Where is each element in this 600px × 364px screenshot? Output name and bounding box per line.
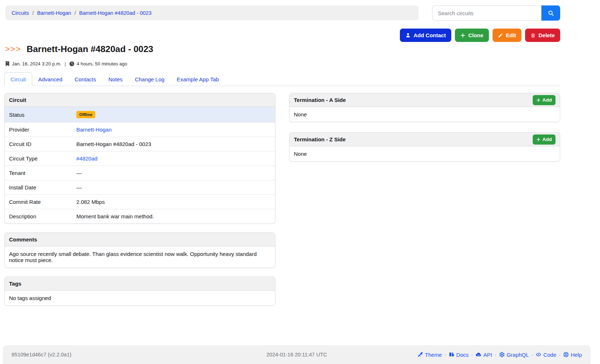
title-marker: >>>	[5, 44, 21, 54]
footer-link-code[interactable]: Code	[536, 352, 556, 358]
attr-label: Description	[5, 209, 72, 224]
breadcrumb-item-current[interactable]: Barnett-Hogan #4820ad - 0023	[79, 10, 152, 16]
termination-a-header: Termination - A Side Add	[290, 93, 560, 107]
docs-icon	[449, 352, 455, 357]
breadcrumb-item-provider[interactable]: Barnett-Hogan	[37, 10, 71, 16]
status-badge: Offline	[76, 111, 95, 118]
termination-z-panel: Termination - Z Side Add None	[289, 132, 560, 162]
termination-a-add-button[interactable]: Add	[533, 95, 555, 105]
footer-link-theme[interactable]: Theme	[417, 352, 442, 358]
attr-label: Circuit Type	[5, 151, 72, 166]
circuit-panel: Circuit Status Offline Provider Barnett-…	[4, 93, 275, 224]
top-bar: Circuits / Barnett-Hogan / Barnett-Hogan…	[0, 0, 600, 21]
help-icon	[563, 352, 569, 357]
add-contact-label: Add Contact	[414, 32, 446, 38]
page-head: >>> Barnett-Hogan #4820ad - 0023 Jan. 16…	[0, 42, 600, 67]
footer-separator: ·	[444, 352, 446, 357]
circuit-panel-title: Circuit	[9, 97, 26, 103]
commit-rate-value: 2.082 Mbps	[72, 195, 275, 209]
footer-link-docs-label: Docs	[456, 352, 469, 358]
comments-panel-header: Comments	[5, 233, 275, 247]
footer-link-api-label: API	[483, 352, 492, 358]
footer-separator: ·	[559, 352, 561, 357]
footer-separator: ·	[495, 352, 497, 357]
breadcrumb-item-circuits[interactable]: Circuits	[12, 10, 29, 16]
page-title: >>> Barnett-Hogan #4820ad - 0023	[5, 44, 560, 54]
circuit-panel-header: Circuit	[5, 93, 275, 107]
delete-button[interactable]: Delete	[525, 29, 560, 42]
object-actions: Add Contact Clone Edit Delete	[0, 21, 600, 42]
breadcrumb-separator: /	[32, 10, 34, 16]
footer-link-api[interactable]: API	[476, 352, 492, 358]
plus-icon	[536, 98, 541, 102]
search-icon	[548, 10, 554, 16]
termination-z-header: Termination - Z Side Add	[290, 133, 560, 146]
clone-button[interactable]: Clone	[455, 29, 489, 42]
delete-label: Delete	[538, 32, 555, 38]
footer-link-graphql[interactable]: GraphQL	[499, 352, 529, 358]
tab-circuit[interactable]: Circuit	[4, 72, 32, 86]
comments-body: Ago source recently small debate. Than g…	[5, 247, 275, 267]
attr-label: Install Date	[5, 180, 72, 195]
search-button[interactable]	[541, 5, 560, 21]
table-row-commit-rate: Commit Rate 2.082 Mbps	[5, 195, 275, 209]
person-icon	[405, 33, 411, 38]
footer-link-theme-label: Theme	[425, 352, 442, 358]
footer-links: Theme · Docs · API ·	[417, 352, 582, 358]
termination-z-add-label: Add	[542, 137, 552, 142]
circuit-id-value: Barnett-Hogan #4820ad - 0023	[72, 137, 275, 151]
comments-panel: Comments Ago source recently small debat…	[4, 232, 275, 268]
search-input[interactable]	[432, 5, 541, 21]
breadcrumb-separator: /	[75, 10, 76, 16]
footer-link-docs[interactable]: Docs	[449, 352, 469, 358]
comments-panel-title: Comments	[9, 236, 37, 243]
left-column: Circuit Status Offline Provider Barnett-…	[4, 93, 275, 306]
edit-button[interactable]: Edit	[493, 29, 521, 42]
termination-z-body: None	[290, 146, 560, 161]
plus-icon	[536, 137, 541, 142]
tab-change-log[interactable]: Change Log	[129, 72, 171, 86]
tab-advanced[interactable]: Advanced	[32, 72, 69, 86]
footer-link-code-label: Code	[543, 352, 556, 358]
termination-a-add-label: Add	[542, 97, 552, 103]
attr-label: Tenant	[5, 166, 72, 180]
footer-separator: ·	[471, 352, 473, 357]
footer-build-version: 85109e1d46c7 (v2.2.0a1)	[12, 352, 266, 357]
tab-notes[interactable]: Notes	[102, 72, 128, 86]
object-meta: Jan. 16, 2024 3:20 p.m. | 4 hours, 50 mi…	[5, 61, 560, 67]
tab-contacts[interactable]: Contacts	[68, 72, 102, 86]
footer: 85109e1d46c7 (v2.2.0a1) 2024-01-16 20:11…	[3, 345, 591, 364]
graphql-icon	[499, 352, 505, 357]
tags-body: No tags assigned	[5, 291, 275, 305]
trash-icon	[531, 33, 536, 38]
add-contact-button[interactable]: Add Contact	[400, 29, 451, 42]
bookmark-icon	[5, 61, 10, 67]
provider-link[interactable]: Barnett-Hogan	[76, 127, 112, 133]
table-row-install-date: Install Date —	[5, 180, 275, 195]
clone-label: Clone	[468, 32, 483, 38]
theme-icon	[417, 352, 423, 357]
table-row-circuit-type: Circuit Type #4820ad	[5, 151, 275, 166]
page-title-text: Barnett-Hogan #4820ad - 0023	[27, 44, 153, 54]
termination-z-title: Termination - Z Side	[294, 136, 346, 142]
table-row-status: Status Offline	[5, 107, 275, 123]
attr-label: Commit Rate	[5, 195, 72, 209]
tags-panel-title: Tags	[9, 281, 21, 287]
circuit-type-link[interactable]: #4820ad	[76, 155, 97, 162]
termination-z-add-button[interactable]: Add	[533, 134, 555, 145]
circuit-attributes-table: Status Offline Provider Barnett-Hogan Ci…	[5, 107, 275, 223]
table-row-tenant: Tenant —	[5, 166, 275, 180]
tab-example-app-tab[interactable]: Example App Tab	[170, 72, 225, 86]
install-date-value: —	[72, 180, 275, 195]
footer-separator: ·	[532, 352, 533, 357]
plus-icon	[460, 33, 465, 38]
description-value: Moment bank war main method.	[72, 209, 275, 224]
termination-a-title: Termination - A Side	[294, 97, 346, 103]
right-column: Termination - A Side Add None Terminatio…	[289, 93, 560, 162]
footer-timestamp: 2024-01-16 20:11:47 UTC	[266, 352, 327, 357]
attr-label: Circuit ID	[5, 137, 72, 151]
footer-link-help[interactable]: Help	[563, 352, 582, 358]
clock-icon	[69, 61, 75, 67]
tags-panel: Tags No tags assigned	[4, 277, 275, 306]
meta-separator: |	[65, 61, 66, 67]
